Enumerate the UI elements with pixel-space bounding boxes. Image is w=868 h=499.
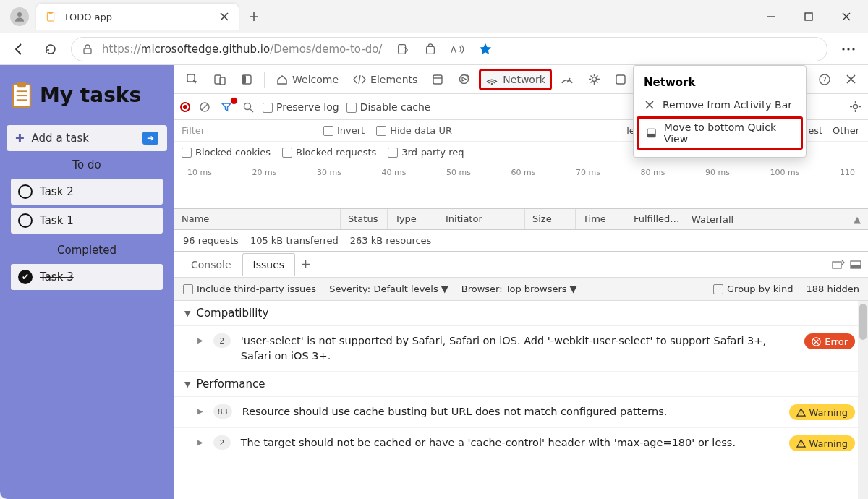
network-table-header[interactable]: Name Status Type Initiator Size Time Ful… xyxy=(174,208,868,230)
warning-badge: Warning xyxy=(789,435,855,451)
clipboard-logo-icon xyxy=(11,82,33,108)
new-tab-button[interactable] xyxy=(243,6,265,27)
blocked-cookies-checkbox[interactable]: Blocked cookies xyxy=(182,147,271,158)
task-checkbox-checked[interactable]: ✔ xyxy=(18,270,33,284)
devtools-panel: Welcome Elements Network ? Preserve log … xyxy=(174,65,868,499)
include-third-party-checkbox[interactable]: Include third-party issues xyxy=(183,283,316,295)
device-toggle-icon[interactable] xyxy=(208,69,232,90)
issue-group[interactable]: ▼Compatibility xyxy=(174,301,868,326)
issue-count-badge: 2 xyxy=(213,435,231,450)
performance-icon[interactable] xyxy=(555,69,579,90)
network-settings-icon[interactable] xyxy=(848,100,862,114)
filter-input[interactable]: Filter xyxy=(182,125,312,136)
read-aloud-icon[interactable]: A xyxy=(446,37,470,61)
issue-row[interactable]: ▶ 83 Resource should use cache busting b… xyxy=(174,397,868,428)
invert-checkbox[interactable]: Invert xyxy=(323,125,365,137)
issue-count-badge: 83 xyxy=(213,404,232,419)
tab-network[interactable]: Network xyxy=(479,69,551,90)
dock-bottom-icon xyxy=(646,127,657,139)
back-button[interactable] xyxy=(7,38,30,61)
plus-icon: ✚ xyxy=(15,132,25,145)
expand-icon[interactable]: ▶ xyxy=(197,407,203,415)
hide-data-urls-checkbox[interactable]: Hide data UR xyxy=(376,125,452,137)
svg-point-38 xyxy=(853,105,857,109)
svg-rect-20 xyxy=(242,75,246,84)
submit-task-button[interactable]: ➜ xyxy=(142,132,158,145)
settings-gear-icon[interactable] xyxy=(582,69,606,90)
collapse-icon[interactable]: ▼ xyxy=(184,309,190,318)
issues-list: ▼Compatibility ▶ 2 'user-select' is not … xyxy=(174,301,868,499)
context-menu-remove[interactable]: Remove from Activity Bar xyxy=(634,95,806,115)
sort-icon[interactable]: ▲ xyxy=(854,214,861,225)
dock-icon[interactable] xyxy=(235,69,258,90)
group-by-kind-checkbox[interactable]: Group by kind xyxy=(713,283,793,295)
filter-button[interactable] xyxy=(219,100,234,114)
scrollbar[interactable] xyxy=(858,301,868,499)
tab-console[interactable]: Console xyxy=(180,253,242,276)
tab-issues[interactable]: Issues xyxy=(242,253,296,276)
browser-titlebar: TODO app xyxy=(0,0,868,33)
third-party-checkbox[interactable]: 3rd-party req xyxy=(388,147,464,158)
preserve-log-checkbox[interactable]: Preserve log xyxy=(263,101,339,113)
help-icon[interactable]: ? xyxy=(812,69,837,90)
drawer-expand-icon[interactable] xyxy=(832,260,845,270)
expand-icon[interactable]: ▶ xyxy=(197,336,203,344)
browser-menu-button[interactable] xyxy=(836,37,861,61)
window-minimize[interactable] xyxy=(755,5,787,28)
blocked-requests-checkbox[interactable]: Blocked requests xyxy=(282,147,376,158)
collapse-icon[interactable]: ▼ xyxy=(184,380,190,389)
tab-elements[interactable]: Elements xyxy=(347,69,423,90)
expand-icon[interactable]: ▶ xyxy=(197,438,203,446)
close-devtools-icon[interactable] xyxy=(840,69,862,90)
browser-select[interactable]: Browser: Top browsers▼ xyxy=(461,283,577,294)
url-field[interactable]: https://microsoftedge.github.io/Demos/de… xyxy=(71,37,827,61)
add-task-input[interactable]: ✚ Add a task ➜ xyxy=(7,125,167,151)
browser-tab[interactable]: TODO app xyxy=(36,4,239,30)
favorite-star-icon[interactable] xyxy=(473,37,498,61)
refresh-button[interactable] xyxy=(39,38,62,61)
search-icon[interactable] xyxy=(241,100,255,114)
edit-page-icon[interactable] xyxy=(391,37,415,61)
svg-rect-21 xyxy=(433,75,442,84)
record-button[interactable] xyxy=(180,102,190,112)
sources-icon[interactable] xyxy=(452,69,476,90)
svg-point-8 xyxy=(842,48,844,50)
clear-button[interactable] xyxy=(197,100,212,114)
context-menu-move-bottom[interactable]: Move to bottom Quick View xyxy=(637,116,803,150)
svg-text:A: A xyxy=(451,44,456,54)
close-icon[interactable] xyxy=(218,11,230,22)
issue-group[interactable]: ▼Performance xyxy=(174,372,868,397)
todo-heading: To do xyxy=(7,151,167,176)
svg-rect-39 xyxy=(833,262,841,268)
task-item[interactable]: Task 1 xyxy=(11,208,163,234)
site-info-icon[interactable] xyxy=(82,43,93,55)
hidden-count[interactable]: 188 hidden xyxy=(806,283,859,294)
severity-select[interactable]: Severity: Default levels▼ xyxy=(329,283,448,294)
svg-line-35 xyxy=(202,104,208,110)
svg-point-9 xyxy=(847,48,849,50)
memory-icon[interactable] xyxy=(609,69,632,90)
app-panel-icon[interactable] xyxy=(426,69,449,90)
task-item[interactable]: Task 2 xyxy=(11,179,163,205)
warning-badge: Warning xyxy=(789,404,855,420)
issue-row[interactable]: ▶ 2 The target should not be cached or h… xyxy=(174,428,868,459)
issue-row[interactable]: ▶ 2 'user-select' is not supported by Sa… xyxy=(174,326,868,372)
completed-heading: Completed xyxy=(7,236,167,261)
window-maximize[interactable] xyxy=(793,5,825,28)
task-item-done[interactable]: ✔Task 3 xyxy=(11,264,163,290)
inspect-icon[interactable] xyxy=(180,69,205,90)
svg-point-23 xyxy=(460,75,469,84)
task-checkbox[interactable] xyxy=(18,184,33,199)
window-close[interactable] xyxy=(830,5,862,28)
url-text: https://microsoftedge.github.io/Demos/de… xyxy=(102,43,382,56)
shopping-icon[interactable] xyxy=(418,37,443,61)
profile-avatar[interactable] xyxy=(10,7,29,26)
network-summary: 96 requests 105 kB transferred 263 kB re… xyxy=(174,230,868,252)
drawer-dock-icon[interactable] xyxy=(849,260,862,270)
task-checkbox[interactable] xyxy=(18,213,33,228)
tab-welcome[interactable]: Welcome xyxy=(271,69,344,90)
network-timeline[interactable]: 10 ms20 ms30 ms40 ms50 ms60 ms70 ms80 ms… xyxy=(174,163,868,208)
svg-rect-12 xyxy=(17,82,26,87)
add-drawer-tab[interactable] xyxy=(295,255,315,275)
disable-cache-checkbox[interactable]: Disable cache xyxy=(346,101,431,113)
